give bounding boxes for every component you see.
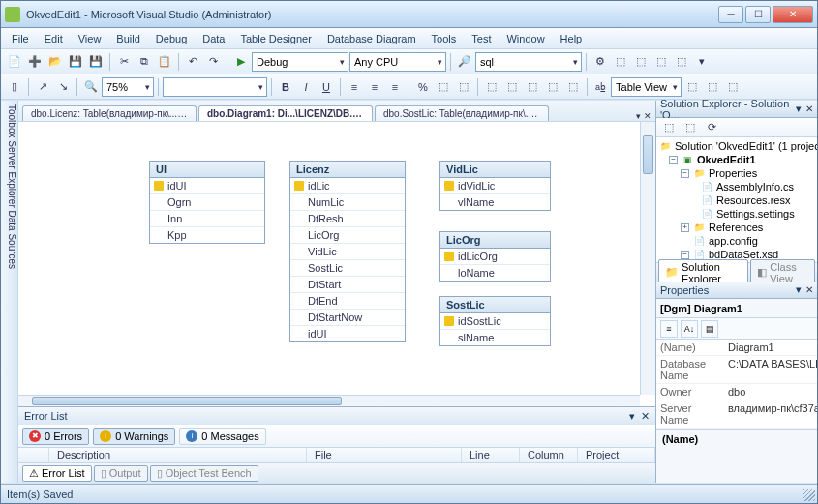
table-header[interactable]: VidLic bbox=[440, 162, 550, 178]
redo-icon[interactable]: ↷ bbox=[203, 52, 223, 72]
prop-categorized-icon[interactable]: ≡ bbox=[660, 320, 678, 338]
solution-tree[interactable]: 📁Solution 'OkvedEdit1' (1 project) −▣Okv… bbox=[656, 137, 817, 262]
tool5-icon[interactable]: ⬚ bbox=[672, 52, 691, 72]
table-column[interactable]: VidLic bbox=[290, 244, 405, 260]
misc10-icon[interactable]: ⬚ bbox=[703, 77, 722, 97]
close-button[interactable]: ✕ bbox=[773, 6, 813, 23]
se-refresh-icon[interactable]: ⟳ bbox=[702, 118, 721, 137]
menu-view[interactable]: View bbox=[72, 30, 108, 47]
table-column[interactable]: idVidLic bbox=[440, 178, 550, 194]
misc4-icon[interactable]: ⬚ bbox=[482, 77, 501, 97]
misc8-icon[interactable]: ⬚ bbox=[563, 77, 583, 97]
misc11-icon[interactable]: ⬚ bbox=[723, 77, 742, 97]
save-icon[interactable]: 💾 bbox=[66, 52, 85, 72]
table-column[interactable]: DtEnd bbox=[290, 293, 405, 310]
table-column[interactable]: Ogrn bbox=[150, 194, 264, 211]
config-combo[interactable]: Debug bbox=[252, 52, 348, 72]
tab-object-test-bench[interactable]: ▯Object Test Bench bbox=[150, 465, 258, 482]
messages-filter[interactable]: i0 Messages bbox=[179, 428, 265, 445]
tab-error-list[interactable]: ⚠Error List bbox=[22, 465, 92, 482]
rel2-icon[interactable]: ↘ bbox=[53, 77, 73, 97]
abl-icon[interactable]: ab̲ bbox=[591, 77, 610, 97]
find-icon[interactable]: 🔎 bbox=[455, 52, 474, 72]
expand-icon[interactable]: − bbox=[681, 251, 689, 259]
open-icon[interactable]: 📂 bbox=[45, 52, 65, 72]
table-column[interactable]: DtStartNow bbox=[290, 310, 405, 326]
menu-file[interactable]: File bbox=[5, 30, 36, 47]
props-close-icon[interactable]: ✕ bbox=[805, 284, 813, 295]
table-header[interactable]: Licenz bbox=[290, 162, 405, 178]
misc3-icon[interactable]: ⬚ bbox=[454, 77, 473, 97]
misc9-icon[interactable]: ⬚ bbox=[682, 77, 702, 97]
table-licorg[interactable]: LicOrgidLicOrgloName bbox=[439, 231, 551, 282]
table-column[interactable]: NumLic bbox=[290, 194, 405, 211]
find-combo[interactable]: sql bbox=[475, 52, 582, 72]
prop-pages-icon[interactable]: ▤ bbox=[701, 320, 718, 338]
start-debug-icon[interactable]: ▶ bbox=[231, 52, 251, 72]
align-left-icon[interactable]: ≡ bbox=[345, 77, 364, 97]
tool6-icon[interactable]: ▾ bbox=[692, 52, 712, 72]
errorlist-close-icon[interactable]: ✕ bbox=[641, 410, 650, 422]
expand-icon[interactable]: + bbox=[681, 223, 689, 232]
table-column[interactable]: idUI bbox=[150, 178, 264, 194]
new-project-icon[interactable]: 📄 bbox=[5, 52, 24, 72]
table-ui[interactable]: UIidUIOgrnInnKpp bbox=[149, 161, 265, 244]
property-row[interactable]: Server Nameвладимир-пк\cf37a0 bbox=[656, 400, 817, 429]
bold-icon[interactable]: B bbox=[276, 77, 295, 97]
tool4-icon[interactable]: ⬚ bbox=[651, 52, 671, 72]
solution-pin-icon[interactable]: ▾ bbox=[796, 103, 802, 114]
save-all-icon[interactable]: 💾 bbox=[86, 52, 106, 72]
menu-window[interactable]: Window bbox=[500, 30, 551, 47]
tool-icon[interactable]: ⚙ bbox=[591, 52, 610, 72]
misc2-icon[interactable]: ⬚ bbox=[434, 77, 453, 97]
table-column[interactable]: idUI bbox=[290, 326, 405, 341]
solution-close-icon[interactable]: ✕ bbox=[805, 104, 813, 114]
expand-icon[interactable]: − bbox=[669, 156, 678, 164]
left-tool-rail[interactable]: Toolbox Server Explorer Data Sources bbox=[1, 101, 18, 483]
tab-output[interactable]: ▯Output bbox=[94, 465, 148, 482]
props-pin-icon[interactable]: ▾ bbox=[796, 283, 802, 295]
misc1-icon[interactable]: % bbox=[413, 77, 433, 97]
maximize-button[interactable]: ☐ bbox=[745, 6, 771, 23]
menu-debug[interactable]: Debug bbox=[149, 30, 194, 47]
table-column[interactable]: slName bbox=[440, 330, 550, 345]
menu-help[interactable]: Help bbox=[554, 30, 590, 47]
add-item-icon[interactable]: ➕ bbox=[25, 52, 45, 72]
align-center-icon[interactable]: ≡ bbox=[365, 77, 384, 97]
italic-icon[interactable]: I bbox=[296, 77, 316, 97]
vertical-scrollbar[interactable] bbox=[640, 122, 655, 395]
table-column[interactable]: idSostLic bbox=[440, 313, 550, 330]
se-tool2-icon[interactable]: ⬚ bbox=[681, 118, 700, 137]
resize-grip-icon[interactable] bbox=[803, 489, 815, 501]
table-header[interactable]: LicOrg bbox=[440, 232, 550, 249]
undo-icon[interactable]: ↶ bbox=[183, 52, 202, 72]
table-header[interactable]: UI bbox=[150, 162, 264, 178]
table-column[interactable]: DtStart bbox=[290, 277, 405, 293]
underline-icon[interactable]: U bbox=[317, 77, 336, 97]
warnings-filter[interactable]: !0 Warnings bbox=[93, 428, 175, 445]
property-row[interactable]: (Name)Diagram1 bbox=[656, 340, 817, 356]
errors-filter[interactable]: ✖0 Errors bbox=[22, 428, 89, 445]
rel-icon[interactable]: ↗ bbox=[33, 77, 52, 97]
zoom-icon[interactable]: 🔍 bbox=[81, 77, 101, 97]
table-column[interactable]: loName bbox=[440, 265, 550, 281]
menu-test[interactable]: Test bbox=[465, 30, 498, 47]
menu-edit[interactable]: Edit bbox=[38, 30, 70, 47]
horizontal-scrollbar[interactable] bbox=[18, 395, 640, 406]
menu-database-diagram[interactable]: Database Diagram bbox=[320, 30, 423, 47]
property-row[interactable]: Ownerdbo bbox=[656, 384, 817, 400]
table-header[interactable]: SostLic bbox=[440, 297, 550, 313]
table-vidlic[interactable]: VidLicidVidLicvlName bbox=[439, 161, 551, 211]
viewmode-combo[interactable]: Table View bbox=[611, 77, 682, 97]
document-tab-2[interactable]: dbo.SostLic: Table(владимир-пк\...\...) bbox=[375, 105, 549, 121]
cut-icon[interactable]: ✂ bbox=[114, 52, 134, 72]
errorlist-dropdown-icon[interactable]: ▾ bbox=[629, 410, 635, 422]
table-sostlic[interactable]: SostLicidSostLicslName bbox=[439, 296, 551, 346]
paste-icon[interactable]: 📋 bbox=[155, 52, 174, 72]
table-column[interactable]: DtResh bbox=[290, 211, 405, 227]
table-column[interactable]: Kpp bbox=[150, 227, 264, 243]
zoom-combo[interactable]: 75% bbox=[102, 77, 154, 97]
menu-tools[interactable]: Tools bbox=[425, 30, 464, 47]
table-column[interactable]: vlName bbox=[440, 194, 550, 210]
menu-data[interactable]: Data bbox=[196, 30, 231, 47]
